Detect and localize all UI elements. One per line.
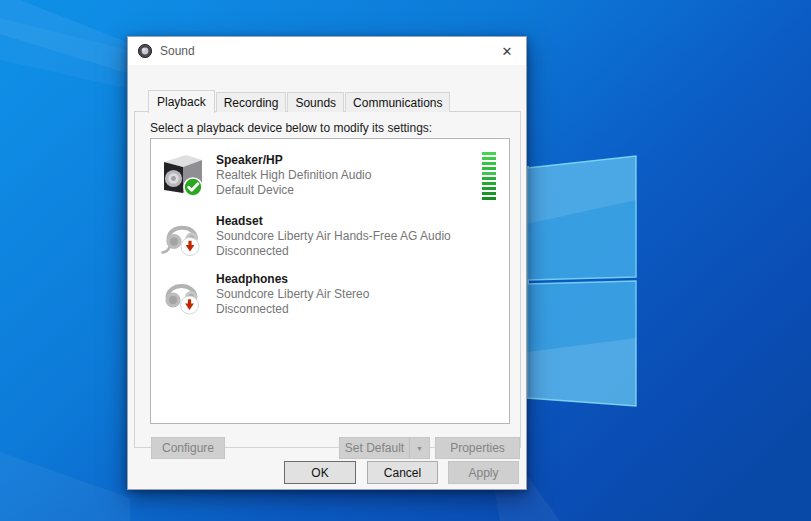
- device-status: Disconnected: [216, 302, 369, 317]
- desktop: Sound ✕ Playback Recording Sounds Commun…: [0, 0, 811, 521]
- set-default-dropdown[interactable]: ▼: [409, 438, 429, 458]
- playback-tab-page: Select a playback device below to modify…: [134, 111, 521, 448]
- ok-button[interactable]: OK: [284, 461, 356, 484]
- tab-playback[interactable]: Playback: [148, 90, 215, 113]
- configure-button[interactable]: Configure: [151, 437, 225, 459]
- sound-dialog: Sound ✕ Playback Recording Sounds Commun…: [127, 36, 527, 490]
- device-description: Realtek High Definition Audio: [216, 168, 371, 183]
- headphones-icon: [160, 271, 205, 316]
- speaker-icon: [160, 152, 205, 197]
- disconnected-badge: [181, 238, 199, 256]
- apply-button[interactable]: Apply: [448, 461, 519, 484]
- tab-sounds[interactable]: Sounds: [287, 92, 344, 112]
- disconnected-badge: [181, 296, 199, 314]
- device-status: Disconnected: [216, 244, 451, 259]
- headset-icon: [160, 213, 205, 258]
- dialog-titlebar[interactable]: Sound ✕: [128, 37, 526, 65]
- volume-meter: [482, 152, 496, 200]
- cancel-button[interactable]: Cancel: [367, 461, 438, 484]
- set-default-button[interactable]: Set Default ▼: [339, 437, 430, 459]
- device-name: Speaker/HP: [216, 153, 371, 168]
- device-row-headset[interactable]: Headset Soundcore Liberty Air Hands-Free…: [151, 209, 509, 267]
- device-row-speaker[interactable]: Speaker/HP Realtek High Definition Audio…: [151, 148, 509, 206]
- playback-device-list[interactable]: Speaker/HP Realtek High Definition Audio…: [150, 138, 510, 424]
- close-icon: ✕: [502, 44, 513, 59]
- device-action-buttons: Configure Set Default ▼ Properties: [135, 437, 520, 461]
- device-name: Headphones: [216, 272, 369, 287]
- close-button[interactable]: ✕: [488, 37, 526, 65]
- device-description: Soundcore Liberty Air Stereo: [216, 287, 369, 302]
- properties-button[interactable]: Properties: [435, 437, 520, 459]
- instruction-text: Select a playback device below to modify…: [150, 121, 432, 135]
- default-check-badge: [184, 178, 202, 196]
- dialog-title: Sound: [160, 44, 195, 58]
- sound-dialog-icon: [137, 43, 153, 59]
- device-name: Headset: [216, 214, 451, 229]
- tab-recording[interactable]: Recording: [216, 92, 287, 112]
- device-description: Soundcore Liberty Air Hands-Free AG Audi…: [216, 229, 451, 244]
- tab-bar: Playback Recording Sounds Communications: [148, 89, 451, 112]
- chevron-down-icon: ▼: [416, 445, 423, 452]
- tab-communications[interactable]: Communications: [345, 92, 450, 112]
- device-status: Default Device: [216, 183, 371, 198]
- device-row-headphones[interactable]: Headphones Soundcore Liberty Air Stereo …: [151, 267, 509, 325]
